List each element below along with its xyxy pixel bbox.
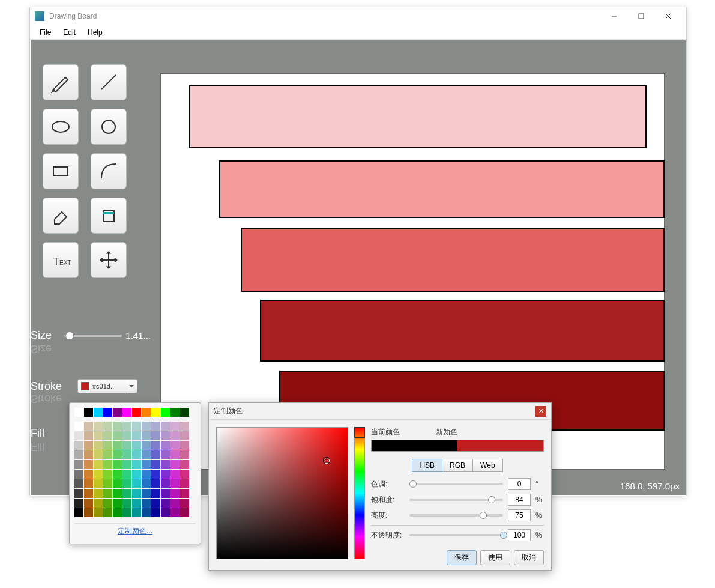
menu-file[interactable]: File	[34, 26, 57, 38]
palette-swatch[interactable]	[161, 431, 170, 440]
palette-swatch[interactable]	[161, 441, 170, 450]
tool-move[interactable]	[91, 242, 127, 278]
opacity-thumb[interactable]	[500, 532, 507, 539]
palette-swatch[interactable]	[113, 479, 122, 488]
palette-swatch[interactable]	[103, 499, 112, 508]
palette-swatch[interactable]	[113, 499, 122, 508]
palette-swatch[interactable]	[151, 508, 160, 517]
palette-swatch[interactable]	[122, 479, 131, 488]
palette-swatch[interactable]	[122, 431, 131, 440]
palette-swatch[interactable]	[132, 408, 141, 417]
palette-swatch[interactable]	[170, 499, 180, 508]
sat-thumb[interactable]	[488, 496, 495, 503]
palette-swatch[interactable]	[94, 499, 103, 508]
palette-swatch[interactable]	[180, 489, 189, 498]
palette-swatch[interactable]	[103, 489, 112, 498]
palette-swatch[interactable]	[122, 441, 131, 450]
palette-swatch[interactable]	[113, 508, 122, 517]
palette-swatch[interactable]	[161, 422, 170, 431]
palette-swatch[interactable]	[113, 460, 122, 469]
palette-swatch[interactable]	[180, 470, 189, 479]
dialog-header[interactable]: 定制颜色 ✕	[209, 403, 551, 420]
sat-input[interactable]	[508, 494, 531, 506]
palette-swatch[interactable]	[122, 508, 131, 517]
size-slider-thumb[interactable]	[65, 332, 74, 340]
palette-swatch[interactable]	[151, 408, 160, 417]
palette-swatch[interactable]	[113, 441, 122, 450]
palette-swatch[interactable]	[170, 422, 180, 431]
hue-value-slider[interactable]	[409, 483, 503, 485]
palette-swatch[interactable]	[103, 470, 112, 479]
palette-swatch[interactable]	[74, 408, 83, 417]
tool-text[interactable]: TEXT	[43, 242, 79, 278]
palette-swatch[interactable]	[142, 408, 151, 417]
menu-help[interactable]: Help	[82, 26, 109, 38]
bri-slider[interactable]	[409, 514, 503, 517]
palette-swatch[interactable]	[170, 470, 180, 479]
palette-swatch[interactable]	[161, 470, 170, 479]
palette-swatch[interactable]	[151, 422, 160, 431]
titlebar[interactable]: Drawing Board	[30, 7, 686, 25]
palette-swatch[interactable]	[161, 479, 170, 488]
tool-pencil[interactable]	[43, 64, 79, 100]
save-button[interactable]: 保存	[447, 550, 477, 565]
palette-swatch[interactable]	[94, 508, 103, 517]
tab-web[interactable]: Web	[473, 459, 502, 472]
tab-rgb[interactable]: RGB	[442, 459, 473, 472]
palette-swatch[interactable]	[142, 499, 151, 508]
palette-swatch[interactable]	[74, 422, 83, 431]
palette-swatch[interactable]	[161, 460, 170, 469]
palette-swatch[interactable]	[113, 408, 122, 417]
sv-cursor[interactable]	[324, 458, 330, 464]
stroke-color-combo[interactable]: #c01d...	[77, 379, 137, 393]
palette-swatch[interactable]	[180, 460, 189, 469]
palette-swatch[interactable]	[170, 489, 180, 498]
palette-swatch[interactable]	[84, 489, 93, 498]
palette-swatch[interactable]	[113, 431, 122, 440]
palette-swatch[interactable]	[180, 450, 189, 459]
palette-swatch[interactable]	[132, 470, 141, 479]
menu-edit[interactable]: Edit	[57, 26, 82, 38]
palette-swatch[interactable]	[180, 422, 189, 431]
tool-ellipse[interactable]	[43, 109, 79, 145]
palette-swatch[interactable]	[142, 431, 151, 440]
palette-swatch[interactable]	[142, 422, 151, 431]
palette-swatch[interactable]	[74, 441, 83, 450]
palette-swatch[interactable]	[132, 489, 141, 498]
palette-swatch[interactable]	[84, 499, 93, 508]
palette-swatch[interactable]	[103, 479, 112, 488]
palette-swatch[interactable]	[122, 470, 131, 479]
tab-hsb[interactable]: HSB	[412, 459, 442, 472]
palette-swatch[interactable]	[142, 460, 151, 469]
palette-swatch[interactable]	[170, 450, 180, 459]
opacity-slider[interactable]	[409, 534, 503, 536]
minimize-button[interactable]	[600, 7, 627, 25]
cancel-button[interactable]: 取消	[514, 550, 544, 565]
use-button[interactable]: 使用	[480, 550, 510, 565]
palette-swatch[interactable]	[180, 479, 189, 488]
palette-swatch[interactable]	[170, 408, 180, 417]
palette-swatch[interactable]	[94, 479, 103, 488]
palette-swatch[interactable]	[151, 441, 160, 450]
palette-swatch[interactable]	[132, 431, 141, 440]
drawn-rectangle[interactable]	[189, 85, 647, 148]
palette-swatch[interactable]	[170, 460, 180, 469]
dialog-close-button[interactable]: ✕	[535, 406, 546, 417]
palette-swatch[interactable]	[84, 508, 93, 517]
palette-swatch[interactable]	[132, 422, 141, 431]
palette-swatch[interactable]	[132, 479, 141, 488]
palette-swatch[interactable]	[74, 489, 83, 498]
palette-swatch[interactable]	[132, 450, 141, 459]
close-button[interactable]	[654, 7, 681, 25]
palette-swatch[interactable]	[142, 450, 151, 459]
palette-swatch[interactable]	[122, 489, 131, 498]
palette-swatch[interactable]	[94, 422, 103, 431]
palette-swatch[interactable]	[94, 489, 103, 498]
palette-swatch[interactable]	[151, 489, 160, 498]
palette-swatch[interactable]	[84, 441, 93, 450]
palette-swatch[interactable]	[113, 422, 122, 431]
palette-swatch[interactable]	[94, 431, 103, 440]
palette-swatch[interactable]	[94, 460, 103, 469]
palette-swatch[interactable]	[74, 479, 83, 488]
tool-arc[interactable]	[91, 153, 127, 189]
